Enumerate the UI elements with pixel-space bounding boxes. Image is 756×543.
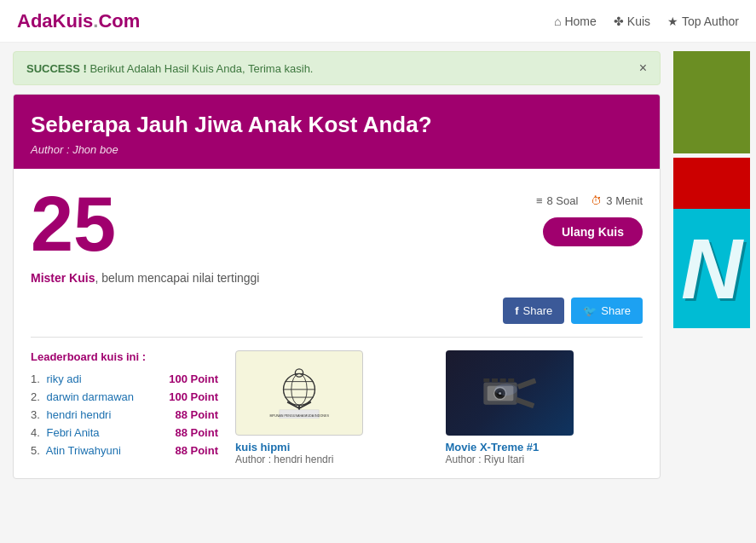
- twitter-icon: 🐦: [583, 304, 597, 317]
- kuis-icon: ✤: [614, 14, 624, 28]
- hipmi-author: Author : hendri hendri: [235, 453, 433, 465]
- svg-rect-18: [483, 378, 489, 382]
- rank-label: Mister Kuis, belum mencapai nilai tertin…: [14, 271, 660, 297]
- leaderboard-list: Leaderboard kuis ini : 1. riky adi 100 P…: [31, 350, 218, 465]
- lb-item-3: 3. hendri hendri 88 Point: [31, 406, 218, 424]
- svg-point-22: [494, 384, 517, 396]
- soal-info: ≡ 8 Soal: [536, 194, 578, 207]
- hipmi-image: HIMPUNAN PENGUSAHA MUDA INDONESIA: [235, 350, 363, 436]
- lb-item-2: 2. darwin darmawan 100 Point: [31, 388, 218, 406]
- share-twitter-button[interactable]: 🐦 Share: [571, 297, 643, 324]
- promo-card-movie[interactable]: Movie X-Treme #1 Author : Riyu Itari: [446, 350, 643, 465]
- score-meta: ≡ 8 Soal ⏱ 3 Menit Ulang Kuis: [536, 186, 643, 246]
- svg-rect-20: [499, 378, 505, 382]
- n-letter-graphic: N: [681, 226, 742, 311]
- score-number: 25: [31, 186, 116, 263]
- lb-item-4: 4. Febri Anita 88 Point: [31, 424, 218, 442]
- svg-point-8: [295, 369, 303, 377]
- movie-camera-svg: [480, 370, 540, 417]
- sidebar: N: [673, 43, 756, 488]
- success-alert: SUCCESS ! Berikut Adalah Hasil Kuis Anda…: [13, 51, 661, 85]
- promo-cards: HIMPUNAN PENGUSAHA MUDA INDONESIA kuis h…: [235, 350, 643, 465]
- svg-rect-16: [517, 378, 536, 389]
- share-row: f Share 🐦 Share: [14, 297, 660, 337]
- facebook-icon: f: [515, 304, 518, 317]
- cyan-strip: N: [673, 209, 750, 328]
- close-alert-button[interactable]: ×: [639, 61, 647, 76]
- main-layout: SUCCESS ! Berikut Adalah Hasil Kuis Anda…: [0, 43, 756, 488]
- movie-author: Author : Riyu Itari: [446, 453, 643, 465]
- svg-rect-19: [492, 378, 498, 382]
- score-section: 25 ≡ 8 Soal ⏱ 3 Menit Ulang Kuis: [14, 169, 660, 271]
- share-facebook-button[interactable]: f Share: [503, 297, 564, 324]
- menit-info: ⏱ 3 Menit: [591, 194, 643, 207]
- sidebar-ad-1[interactable]: [673, 51, 750, 153]
- logo-com: Com: [98, 10, 140, 32]
- svg-text:HIMPUNAN PENGUSAHA MUDA INDONE: HIMPUNAN PENGUSAHA MUDA INDONESIA: [269, 414, 329, 418]
- nav-home[interactable]: ⌂ Home: [554, 14, 597, 28]
- score-info: ≡ 8 Soal ⏱ 3 Menit: [536, 194, 643, 207]
- logo: AdaKuis.Com: [17, 10, 140, 32]
- lb-item-1: 1. riky adi 100 Point: [31, 370, 218, 388]
- quiz-author: Author : Jhon boe: [31, 143, 643, 156]
- clock-icon: ⏱: [591, 194, 602, 207]
- header: AdaKuis.Com ⌂ Home ✤ Kuis ★ Top Author: [0, 0, 756, 43]
- logo-brand: AdaKuis: [17, 10, 93, 32]
- movie-image: [446, 350, 574, 436]
- quiz-card: Seberapa Jauh Jiwa Anak Kost Anda? Autho…: [13, 94, 661, 479]
- quiz-header: Seberapa Jauh Jiwa Anak Kost Anda? Autho…: [14, 95, 660, 169]
- main-nav: ⌂ Home ✤ Kuis ★ Top Author: [554, 14, 739, 28]
- hipmi-title: kuis hipmi: [235, 441, 433, 453]
- leaderboard-title: Leaderboard kuis ini :: [31, 350, 218, 363]
- leaderboard-section: Leaderboard kuis ini : 1. riky adi 100 P…: [14, 338, 660, 478]
- alert-text: SUCCESS ! Berikut Adalah Hasil Kuis Anda…: [26, 62, 314, 75]
- promo-card-hipmi[interactable]: HIMPUNAN PENGUSAHA MUDA INDONESIA kuis h…: [235, 350, 433, 465]
- ulang-kuis-button[interactable]: Ulang Kuis: [543, 217, 643, 246]
- star-icon: ★: [667, 14, 678, 28]
- svg-rect-17: [515, 396, 534, 407]
- home-icon: ⌂: [554, 14, 561, 28]
- quiz-title: Seberapa Jauh Jiwa Anak Kost Anda?: [31, 112, 643, 138]
- content-area: SUCCESS ! Berikut Adalah Hasil Kuis Anda…: [0, 43, 673, 488]
- nav-top-author[interactable]: ★ Top Author: [667, 14, 739, 28]
- menu-icon: ≡: [536, 194, 543, 207]
- sidebar-ad-2[interactable]: N: [673, 158, 750, 328]
- lb-item-5: 5. Atin Triwahyuni 88 Point: [31, 442, 218, 459]
- hipmi-logo-svg: HIMPUNAN PENGUSAHA MUDA INDONESIA: [269, 367, 329, 419]
- red-strip: [673, 158, 750, 209]
- movie-title: Movie X-Treme #1: [446, 441, 643, 453]
- nav-kuis[interactable]: ✤ Kuis: [614, 14, 650, 28]
- svg-rect-21: [508, 378, 514, 382]
